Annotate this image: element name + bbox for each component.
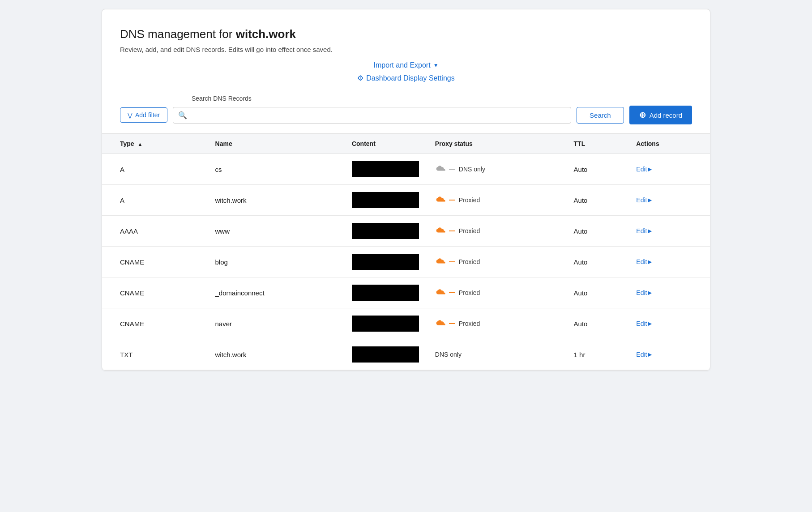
col-proxy-status: Proxy status [427,134,566,154]
cell-name: naver [207,308,344,339]
edit-link[interactable]: Edit ▶ [636,289,702,296]
cell-type: AAAA [102,216,207,247]
proxy-label: Proxied [459,320,480,327]
cell-proxy: DNS only [427,154,566,185]
cell-ttl: Auto [566,308,628,339]
cell-actions: Edit ▶ [628,277,710,308]
cell-name: _domainconnect [207,277,344,308]
search-button[interactable]: Search [577,107,624,124]
cell-actions: Edit ▶ [628,216,710,247]
table-row: CNAME_domainconnect Proxied AutoEdit ▶ [102,277,710,308]
proxy-dash [449,323,455,324]
col-name: Name [207,134,344,154]
cloud-icon [435,227,448,235]
search-input-wrapper: 🔍 [173,107,571,124]
cell-content [344,308,427,339]
proxy-label: Proxied [459,258,480,265]
import-export-link[interactable]: Import and Export ▼ [373,61,438,69]
edit-link[interactable]: Edit ▶ [636,258,702,265]
add-record-button[interactable]: ⊕ Add record [629,106,692,124]
cell-name: www [207,216,344,247]
cell-actions: Edit ▶ [628,185,710,216]
cell-actions: Edit ▶ [628,247,710,277]
cell-actions: Edit ▶ [628,154,710,185]
cloud-icon [435,165,448,173]
cell-content [344,216,427,247]
arrow-right-icon: ▶ [648,259,652,265]
cell-content [344,185,427,216]
proxy-dash [449,169,455,170]
col-content: Content [344,134,427,154]
cell-proxy: Proxied [427,277,566,308]
cell-content [344,277,427,308]
cell-name: witch.work [207,339,344,370]
proxy-label: Proxied [459,227,480,235]
edit-link[interactable]: Edit ▶ [636,166,702,173]
proxy-label: DNS only [459,166,485,173]
edit-link[interactable]: Edit ▶ [636,227,702,235]
edit-link[interactable]: Edit ▶ [636,196,702,204]
edit-link[interactable]: Edit ▶ [636,320,702,327]
arrow-right-icon: ▶ [648,228,652,234]
table-row: Awitch.work Proxied AutoEdit ▶ [102,185,710,216]
cloud-icon [435,320,448,328]
col-type[interactable]: Type ▲ [102,134,207,154]
cloud-proxied-icon [435,289,455,297]
add-filter-button[interactable]: ⋁ Add filter [120,107,167,123]
cell-ttl: Auto [566,247,628,277]
cloud-proxied-icon [435,227,455,235]
col-ttl: TTL [566,134,628,154]
cell-type: CNAME [102,308,207,339]
table-row: Acs DNS only AutoEdit ▶ [102,154,710,185]
proxy-label: Proxied [459,196,480,204]
edit-link[interactable]: Edit ▶ [636,351,702,358]
proxy-label: DNS only [435,351,462,358]
cloud-icon [435,289,448,297]
cloud-icon [435,258,448,266]
cell-type: A [102,185,207,216]
col-actions: Actions [628,134,710,154]
table-row: TXTwitch.workDNS only1 hrEdit ▶ [102,339,710,370]
proxy-dash [449,292,455,293]
filter-icon: ⋁ [128,112,132,119]
cell-type: CNAME [102,277,207,308]
cell-ttl: Auto [566,185,628,216]
cell-content [344,247,427,277]
cell-name: cs [207,154,344,185]
cloud-proxied-icon [435,258,455,266]
cell-content [344,154,427,185]
proxy-dash [449,200,455,201]
proxy-label: Proxied [459,289,480,296]
main-card: DNS management for witch.work Review, ad… [102,9,710,371]
cell-name: blog [207,247,344,277]
gear-icon: ⚙ [357,74,363,82]
header-section: DNS management for witch.work Review, ad… [120,27,692,82]
cell-ttl: 1 hr [566,339,628,370]
cell-name: witch.work [207,185,344,216]
sort-arrow-icon: ▲ [138,141,143,147]
dashboard-settings-link[interactable]: ⚙ Dashboard Display Settings [357,74,454,82]
page-title: DNS management for witch.work [120,27,692,41]
arrow-right-icon: ▶ [648,166,652,172]
cell-content [344,339,427,370]
cell-ttl: Auto [566,154,628,185]
cloud-proxied-icon [435,320,455,328]
cell-proxy: Proxied [427,185,566,216]
arrow-right-icon: ▶ [648,197,652,203]
action-links: Import and Export ▼ ⚙ Dashboard Display … [120,61,692,82]
cell-ttl: Auto [566,216,628,247]
table-body: Acs DNS only AutoEdit ▶Awitch.work Proxi… [102,154,710,370]
arrow-right-icon: ▶ [648,351,652,358]
cloud-dns-only-icon [435,165,455,173]
table-section: Type ▲ Name Content Proxy status TTL Act… [102,133,710,370]
search-row: ⋁ Add filter 🔍 Search ⊕ Add record [120,106,692,124]
cell-proxy: Proxied [427,308,566,339]
search-label: Search DNS Records [192,95,692,102]
table-row: CNAMEnaver Proxied AutoEdit ▶ [102,308,710,339]
search-section: Search DNS Records ⋁ Add filter 🔍 Search… [120,95,692,133]
plus-icon: ⊕ [639,110,646,120]
search-input[interactable] [173,107,571,124]
cloud-proxied-icon [435,196,455,204]
cell-actions: Edit ▶ [628,308,710,339]
table-header-row: Type ▲ Name Content Proxy status TTL Act… [102,134,710,154]
